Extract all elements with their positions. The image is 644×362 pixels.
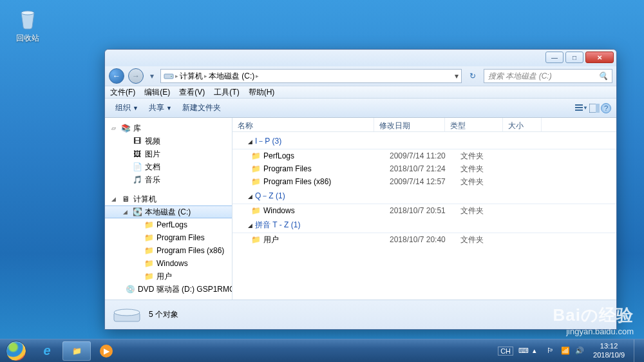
collapse-icon[interactable]: ◢ (248, 193, 252, 200)
tree-folder[interactable]: 📁Program Files (105, 231, 232, 244)
list-item[interactable]: 📁Program Files2018/10/7 21:24文件夹 (232, 162, 616, 175)
titlebar[interactable]: — □ ✕ (105, 50, 616, 66)
expand-icon[interactable]: ◢ (123, 209, 129, 215)
preview-pane-button[interactable] (588, 102, 601, 115)
list-item[interactable]: 📁Windows2018/10/7 20:51文件夹 (232, 204, 616, 217)
search-input[interactable]: 搜索 本地磁盘 (C:) 🔍 (484, 69, 612, 83)
group-header[interactable]: ◢I－P (3) (232, 133, 616, 149)
address-bar[interactable]: ▸ 计算机 ▸ 本地磁盘 (C:) ▸ ▾ (160, 69, 462, 83)
view-options-button[interactable]: ▼ (575, 102, 588, 115)
tree-pictures[interactable]: 🖼图片 (105, 148, 232, 160)
svg-rect-2 (171, 76, 172, 77)
breadcrumb-drive[interactable]: 本地磁盘 (C:) (209, 71, 254, 82)
menu-view[interactable]: 查看(V) (179, 87, 205, 98)
close-button[interactable]: ✕ (585, 52, 614, 63)
menu-tools[interactable]: 工具(T) (214, 87, 239, 98)
share-button[interactable]: 共享 ▼ (144, 100, 177, 115)
chevron-down-icon: ▼ (166, 105, 172, 111)
col-date[interactable]: 修改日期 (374, 118, 445, 131)
tree-dvd-drive[interactable]: 💿DVD 驱动器 (D:) GSP1RMCULXFREF (105, 283, 232, 296)
address-drop-icon[interactable]: ▾ (455, 71, 459, 81)
list-item[interactable]: 📁PerfLogs2009/7/14 11:20文件夹 (232, 149, 616, 162)
group-header[interactable]: ◢拼音 T - Z (1) (232, 217, 616, 233)
back-button[interactable]: ← (109, 68, 124, 84)
network-icon[interactable]: 📶 (561, 347, 570, 356)
status-bar: 5 个对象 (105, 300, 616, 329)
taskbar-media-player[interactable]: ▶ (92, 341, 120, 361)
list-body[interactable]: ◢I－P (3) 📁PerfLogs2009/7/14 11:20文件夹 📁Pr… (232, 132, 616, 300)
menu-file[interactable]: 文件(F) (110, 87, 135, 98)
tree-local-disk-c[interactable]: ◢💽本地磁盘 (C:) (105, 205, 232, 218)
language-indicator[interactable]: CH (498, 347, 513, 356)
tree-computer[interactable]: ◢🖥计算机 (105, 193, 232, 205)
library-icon: 📚 (120, 123, 131, 133)
organize-button[interactable]: 组织 ▼ (110, 100, 144, 115)
windows-orb-icon (6, 341, 26, 361)
collapse-icon[interactable]: ◢ (248, 138, 252, 145)
col-size[interactable]: 大小 (503, 118, 542, 131)
drive-thumb-icon (111, 303, 142, 327)
tree-folder[interactable]: 📁Program Files (x86) (105, 244, 232, 257)
folder-icon: 📁 (251, 176, 261, 187)
folder-icon: 📁 (144, 233, 154, 243)
svg-point-0 (21, 11, 34, 15)
taskbar-ie[interactable]: e (33, 341, 61, 361)
group-header[interactable]: ◢Q－Z (1) (232, 188, 616, 204)
tree-documents[interactable]: 📄文档 (105, 160, 232, 173)
start-button[interactable] (0, 339, 32, 363)
folder-icon: 📁 (144, 220, 154, 230)
recycle-bin-icon (15, 5, 41, 31)
recycle-bin-label: 回收站 (8, 33, 48, 44)
svg-point-9 (114, 309, 140, 316)
document-icon: 📄 (132, 162, 142, 172)
command-bar: 组织 ▼ 共享 ▼ 新建文件夹 ▼ ? (105, 99, 616, 118)
taskbar-explorer[interactable]: 📁 (62, 341, 91, 361)
taskbar: e 📁 ▶ CH ⌨ ▴ 🏳 📶 🔊 13:12 2018/10/9 (0, 339, 644, 362)
minimize-button[interactable]: — (545, 52, 564, 63)
forward-button[interactable]: → (128, 68, 144, 84)
volume-icon[interactable]: 🔊 (575, 347, 584, 356)
folder-icon: 📁 (144, 258, 154, 269)
tree-music[interactable]: 🎵音乐 (105, 173, 232, 186)
tray-up-icon[interactable]: ▴ (533, 347, 542, 356)
show-desktop-button[interactable] (634, 339, 640, 363)
picture-icon: 🖼 (132, 149, 142, 159)
help-button[interactable]: ? (601, 103, 611, 113)
refresh-button[interactable]: ↻ (466, 71, 480, 81)
desktop-recycle-bin[interactable]: 回收站 (8, 5, 48, 44)
video-icon: 🎞 (132, 136, 142, 146)
breadcrumb-computer[interactable]: 计算机 (180, 71, 203, 82)
svg-rect-3 (575, 104, 583, 106)
menu-edit[interactable]: 编辑(E) (144, 87, 170, 98)
svg-rect-5 (575, 110, 583, 111)
list-item[interactable]: 📁Program Files (x86)2009/7/14 12:57文件夹 (232, 175, 616, 188)
maximize-button[interactable]: □ (565, 52, 583, 63)
history-drop-icon[interactable]: ▾ (147, 68, 156, 84)
expand-icon[interactable]: ▱ (111, 125, 118, 131)
clock-time: 13:12 (593, 342, 625, 350)
tree-folder[interactable]: 📁用户 (105, 270, 232, 283)
explorer-icon: 📁 (72, 347, 82, 356)
col-type[interactable]: 类型 (445, 118, 503, 131)
taskbar-clock[interactable]: 13:12 2018/10/9 (589, 342, 629, 359)
tree-folder[interactable]: 📁PerfLogs (105, 218, 232, 231)
folder-icon: 📁 (144, 271, 154, 281)
col-name[interactable]: 名称 (232, 118, 374, 131)
chevron-right-icon: ▸ (203, 73, 209, 79)
action-center-icon[interactable]: 🏳 (547, 347, 556, 356)
menu-help[interactable]: 帮助(H) (249, 87, 275, 98)
media-player-icon: ▶ (100, 345, 113, 357)
watermark-url: jingyan.baidu.com (553, 327, 634, 336)
search-placeholder: 搜索 本地磁盘 (C:) (488, 71, 552, 82)
nav-tree[interactable]: ▱📚库 🎞视频 🖼图片 📄文档 🎵音乐 ◢🖥计算机 ◢💽本地磁盘 (C:) 📁P… (105, 118, 232, 300)
tree-videos[interactable]: 🎞视频 (105, 135, 232, 148)
tree-folder[interactable]: 📁Windows (105, 257, 232, 270)
new-folder-button[interactable]: 新建文件夹 (177, 100, 226, 115)
list-item[interactable]: 📁用户2018/10/7 20:40文件夹 (232, 233, 616, 246)
expand-icon[interactable]: ◢ (111, 196, 118, 202)
collapse-icon[interactable]: ◢ (248, 222, 252, 229)
tree-libraries[interactable]: ▱📚库 (105, 122, 232, 135)
keyboard-icon[interactable]: ⌨ (518, 347, 527, 356)
menubar: 文件(F) 编辑(E) 查看(V) 工具(T) 帮助(H) (105, 86, 616, 99)
folder-icon: 📁 (251, 151, 261, 161)
